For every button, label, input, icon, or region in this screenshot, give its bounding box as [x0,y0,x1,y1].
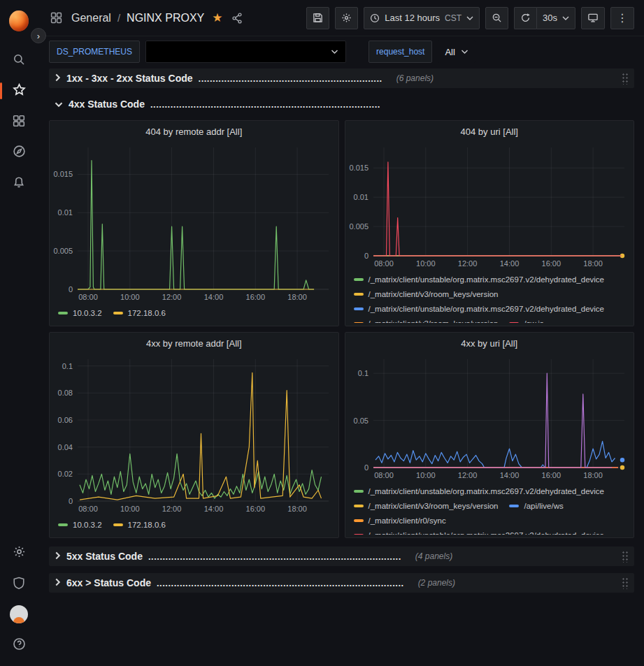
svg-text:14:00: 14:00 [204,505,224,513]
kebab-menu-icon: ⋮ [617,11,628,24]
legend-label: 172.18.0.6 [128,521,166,529]
refresh-button[interactable] [514,7,536,29]
time-series-chart[interactable]: 08:0010:0012:0014:0016:0018:0000.050.1 [345,354,634,482]
svg-text:16:00: 16:00 [541,259,561,268]
legend-item[interactable]: /_matrix/client/unstable/org.matrix.msc2… [354,301,605,316]
timezone-label: CST [445,13,461,23]
row-drag-handle[interactable] [622,577,629,589]
navbar-actions: Last 12 hours CST 30s [306,7,634,29]
more-options-button[interactable]: ⋮ [610,7,634,29]
time-series-chart[interactable]: 08:0010:0012:0014:0016:0018:0000.0050.01… [345,142,634,270]
legend-item[interactable]: /api/live/ws [509,498,563,513]
legend-swatch [509,505,519,507]
svg-text:18:00: 18:00 [287,505,307,513]
legend-item[interactable]: /sw.js [509,316,543,323]
zoom-out-button[interactable] [485,7,508,29]
svg-text:0: 0 [364,252,368,260]
breadcrumb-section[interactable]: General [71,12,111,24]
request-host-variable-label[interactable]: request_host [368,41,432,63]
tv-kiosk-button[interactable] [581,7,605,29]
svg-text:12:00: 12:00 [162,293,182,301]
legend-item[interactable]: /_matrix/client/unstable/org.matrix.msc2… [354,272,605,287]
legend-swatch [354,278,364,281]
chevron-right-icon [55,73,61,84]
dashboard-title[interactable]: NGINX PROXY [127,12,204,24]
row-panel-count: (2 panels) [418,578,455,588]
time-series-chart[interactable]: 08:0010:0012:0014:0016:0018:0000.020.040… [50,354,338,515]
favorite-star-icon[interactable]: ★ [212,10,222,25]
share-icon[interactable] [229,10,245,27]
sidebar-item-alerting[interactable] [5,168,33,198]
gear-icon [13,545,26,560]
chart-plot[interactable]: 08:0010:0012:0014:0016:0018:0000.0050.01… [345,142,634,270]
dashboard-row-5xx[interactable]: 5xx Status Code ........................… [49,546,634,566]
sidebar-item-profile[interactable] [5,599,33,630]
refresh-group: 30s [514,7,575,29]
panel-title[interactable]: 404 by remote addr [All] [50,121,338,142]
svg-text:18:00: 18:00 [583,471,603,479]
sidebar-expand-toggle[interactable]: › [31,28,46,43]
svg-text:0.06: 0.06 [58,416,73,424]
chevron-down-icon [466,15,473,21]
datasource-variable-label[interactable]: DS_PROMETHEUS [49,41,140,63]
clock-icon [370,13,380,23]
time-range-picker[interactable]: Last 12 hours CST [364,7,480,29]
legend-item[interactable]: /_matrix/client/v3/room_keys/version [354,316,499,323]
sidebar-item-explore[interactable] [5,137,33,168]
panel-title[interactable]: 4xx by remote addr [All] [50,333,338,354]
legend-label: /_matrix/client/unstable/org.matrix.msc2… [368,275,605,284]
datasource-variable-select[interactable] [145,41,346,63]
svg-text:12:00: 12:00 [162,505,182,513]
legend-swatch [354,490,364,493]
apps-grid-icon [48,9,65,27]
legend-label: /_matrix/client/v3/room_keys/version [368,319,499,324]
legend-item[interactable]: 172.18.0.6 [113,517,166,532]
sidebar-item-server-admin[interactable] [5,568,33,599]
refresh-interval-picker[interactable]: 30s [536,7,575,29]
legend-item[interactable]: /_matrix/client/unstable/org.matrix.msc2… [354,528,605,535]
svg-text:18:00: 18:00 [583,259,603,268]
sidebar-item-search[interactable] [5,45,33,75]
chart-plot[interactable]: 08:0010:0012:0014:0016:0018:0000.020.040… [50,354,338,515]
legend-item[interactable]: 10.0.3.2 [58,517,102,532]
legend-label: 172.18.0.6 [128,309,166,317]
row-title-dots: ........................................… [150,99,380,110]
dashboard-settings-button[interactable] [335,7,358,29]
svg-text:16:00: 16:00 [541,471,561,479]
chart-plot[interactable]: 08:0010:0012:0014:0016:0018:0000.0050.01… [50,142,338,303]
sidebar-item-configuration[interactable] [5,537,33,568]
dashboard-row-6xx[interactable]: 6xx > Status Code ......................… [49,573,634,593]
legend-item[interactable]: /_matrix/client/r0/sync [354,513,446,528]
legend-label: /api/live/ws [524,502,563,510]
dashboard-row-4xx[interactable]: 4xx Status Code ........................… [49,95,634,113]
panel-title[interactable]: 4xx by uri [All] [345,333,634,354]
sidebar-item-dashboards[interactable] [5,106,33,137]
sidebar-item-starred[interactable] [5,75,33,106]
legend-label: /_matrix/client/unstable/org.matrix.msc2… [368,487,605,495]
svg-text:10:00: 10:00 [120,293,140,301]
legend-item[interactable]: /_matrix/client/v3/room_keys/version [354,498,499,513]
time-series-chart[interactable]: 08:0010:0012:0014:0016:0018:0000.0050.01… [50,142,338,303]
grafana-logo[interactable] [5,7,33,35]
row-drag-handle[interactable] [622,550,629,563]
legend-swatch [354,505,364,507]
save-floppy-icon [313,13,323,23]
grafana-app: › General / NGINX PROXY ★ [0,0,644,666]
legend-label: /_matrix/client/v3/room_keys/version [368,502,499,510]
request-host-variable-select[interactable]: All [438,41,475,63]
chevron-down-icon [461,49,468,55]
row-drag-handle[interactable] [622,72,629,85]
row-title-dots: ........................................… [199,73,382,84]
panel-legend: /_matrix/client/unstable/org.matrix.msc2… [345,270,634,323]
legend-item[interactable]: 172.18.0.6 [113,305,166,320]
legend-item[interactable]: 10.0.3.2 [58,305,102,320]
legend-item[interactable]: /_matrix/client/v3/room_keys/version [354,287,499,301]
dashboard-row-1xx-3xx-2xx[interactable]: 1xx - 3xx - 2xx Status Code ............… [49,68,634,88]
panel-title[interactable]: 404 by uri [All] [345,121,634,142]
svg-text:0.1: 0.1 [62,362,73,370]
save-dashboard-button[interactable] [306,7,329,29]
legend-item[interactable]: /_matrix/client/unstable/org.matrix.msc2… [354,484,605,498]
chart-plot[interactable]: 08:0010:0012:0014:0016:0018:0000.050.1 [345,354,634,482]
legend-label: /_matrix/client/r0/sync [368,516,446,525]
sidebar-item-help[interactable] [5,630,33,660]
